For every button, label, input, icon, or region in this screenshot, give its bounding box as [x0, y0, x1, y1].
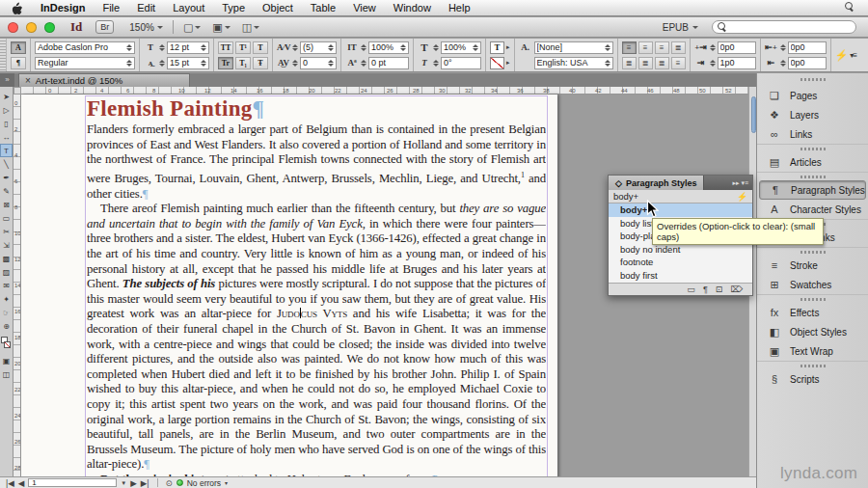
zoom-level-select[interactable]: 150% [129, 22, 163, 33]
preflight-status-text[interactable]: No errors [187, 478, 221, 488]
preflight-menu-caret[interactable]: ▾ [225, 479, 228, 486]
paragraph-formatting-button[interactable]: ¶ [11, 57, 26, 69]
tools-panel-collapse-icon[interactable]: » [0, 73, 14, 87]
preflight-icon[interactable]: ⊙ [166, 478, 173, 488]
bridge-button[interactable]: Br [95, 20, 114, 34]
next-page-button[interactable]: ▶ [130, 478, 137, 488]
first-page-button[interactable]: |◀ [6, 478, 14, 488]
eyedropper-tool[interactable]: ✦ [0, 292, 13, 306]
quick-apply-icon[interactable]: ⚡ [835, 49, 849, 62]
dock-item-pages[interactable]: ❏Pages [759, 86, 866, 105]
panel-tab[interactable]: ◇Paragraph Styles [609, 176, 704, 190]
font-style-field[interactable]: Regular [35, 57, 135, 69]
screen-mode-tool-button[interactable]: ◫ [0, 367, 13, 381]
type-tool[interactable]: T [0, 144, 13, 157]
last-line-indent-stepper[interactable] [780, 60, 786, 67]
scissors-tool[interactable]: ✂ [0, 225, 13, 238]
menu-file[interactable]: File [94, 2, 128, 14]
menu-table[interactable]: Table [302, 2, 344, 14]
ruler-origin-box[interactable] [14, 87, 21, 95]
justify-all-button[interactable]: ≣ [655, 57, 669, 69]
selection-tool[interactable]: ➤ [0, 90, 13, 103]
character-formatting-button[interactable]: A [11, 41, 26, 54]
dock-item-object-styles[interactable]: ◧Object Styles [759, 322, 866, 341]
gradient-swatch-tool[interactable]: ▩ [0, 252, 13, 265]
collapse-panel-icon[interactable]: ▸▸ [732, 179, 739, 186]
justify-last-right-button[interactable]: ≣ [638, 57, 653, 69]
dock-item-stroke[interactable]: ≡Stroke [759, 256, 866, 275]
right-indent-stepper[interactable] [780, 44, 786, 51]
panel-grip[interactable] [0, 39, 7, 71]
menu-object[interactable]: Object [254, 2, 302, 14]
page-number-field[interactable]: 1 [28, 478, 117, 487]
pencil-tool[interactable]: ✎ [0, 184, 13, 198]
horizontal-scale-stepper[interactable] [433, 44, 439, 51]
leading-stepper[interactable] [159, 60, 165, 67]
subscript-button[interactable]: T₁ [235, 57, 251, 69]
tracking-field[interactable]: 0 [300, 57, 337, 69]
justify-last-left-button[interactable]: ≣ [671, 41, 686, 54]
minimize-window-button[interactable] [26, 22, 37, 33]
character-color-swatch[interactable]: T [490, 41, 504, 54]
underline-button[interactable]: T [253, 41, 268, 54]
note-tool[interactable]: ✉ [0, 279, 13, 292]
dock-item-paragraph-styles[interactable]: ¶Paragraph Styles [759, 180, 866, 200]
justify-last-center-button[interactable]: ≣ [622, 57, 637, 69]
kerning-stepper[interactable] [292, 44, 298, 51]
dock-item-scripts[interactable]: §Scripts [759, 369, 866, 389]
character-style-field[interactable]: [None] [534, 41, 613, 54]
screen-mode-button[interactable]: ▣ [212, 21, 230, 34]
right-indent-field[interactable]: 0p0 [788, 41, 827, 54]
menu-type[interactable]: Type [213, 2, 254, 14]
panel-menu-icon[interactable]: ▾≡ [850, 51, 856, 60]
zoom-window-button[interactable] [44, 22, 55, 33]
previous-page-button[interactable]: ◀ [18, 478, 25, 488]
menu-indesign[interactable]: InDesign [32, 2, 94, 14]
font-size-stepper[interactable] [159, 44, 165, 51]
menu-view[interactable]: View [344, 2, 385, 14]
new-style-button[interactable]: ⊡ [716, 285, 723, 294]
align-center-button[interactable]: ≡ [638, 41, 653, 54]
menu-window[interactable]: Window [385, 2, 440, 14]
workspace-switcher[interactable]: EPUB [663, 22, 698, 33]
spotlight-icon[interactable] [845, 2, 854, 14]
fill-stroke-swatches[interactable] [1, 337, 12, 350]
vertical-scale-field[interactable]: 100% [368, 41, 409, 54]
gap-tool[interactable]: ↔ [0, 130, 13, 144]
close-window-button[interactable] [8, 22, 18, 33]
skew-stepper[interactable] [433, 60, 439, 67]
horizontal-scale-field[interactable]: 100% [441, 41, 481, 54]
panel-header[interactable]: ◇Paragraph Styles ▸▸ ▾≡ [609, 176, 752, 190]
leading-field[interactable]: 15 pt [167, 57, 209, 69]
dock-item-effects[interactable]: fxEffects [759, 303, 866, 322]
stroke-color-swatch[interactable] [490, 57, 504, 69]
style-row-body-[interactable]: body+ [609, 203, 752, 217]
apple-menu-icon[interactable] [0, 2, 32, 14]
style-group-button[interactable]: ▭ [687, 285, 695, 294]
vertical-ruler[interactable]: 024681012141618202224262830 [14, 95, 21, 488]
last-line-indent-field[interactable]: 0p0 [788, 57, 827, 69]
hand-tool[interactable]: ☞ [0, 306, 13, 319]
dock-item-links[interactable]: ∞Links [759, 124, 866, 144]
font-family-field[interactable]: Adobe Caslon Pro [35, 41, 135, 54]
first-line-indent-field[interactable]: 1p0 [718, 57, 756, 69]
menu-help[interactable]: Help [440, 2, 479, 14]
panel-flyout-menu-icon[interactable]: ▾≡ [741, 179, 748, 186]
page-tool[interactable]: ▯ [0, 117, 13, 130]
view-options-button[interactable]: ▢ [183, 21, 201, 34]
rectangle-frame-tool[interactable]: ⊠ [0, 198, 13, 211]
document-tab[interactable]: × Art-text.indd @ 150% [18, 73, 190, 87]
dock-item-character-styles[interactable]: ACharacter Styles [759, 200, 866, 219]
kerning-field[interactable]: (5) [300, 41, 337, 54]
font-size-field[interactable]: 12 pt [167, 41, 209, 54]
quick-apply-icon[interactable]: ⚡ [737, 192, 747, 202]
style-row-body-first[interactable]: body first [609, 269, 752, 283]
search-input[interactable] [712, 20, 856, 34]
line-tool[interactable]: ╲ [0, 157, 13, 171]
baseline-shift-field[interactable]: 0 pt [368, 57, 409, 69]
small-caps-button[interactable]: Tr [218, 57, 233, 69]
scrollbar-thumb[interactable] [751, 96, 756, 133]
dock-item-articles[interactable]: ▤Articles [759, 152, 866, 172]
left-indent-stepper[interactable] [710, 44, 716, 51]
direct-selection-tool[interactable]: ▷ [0, 103, 13, 117]
